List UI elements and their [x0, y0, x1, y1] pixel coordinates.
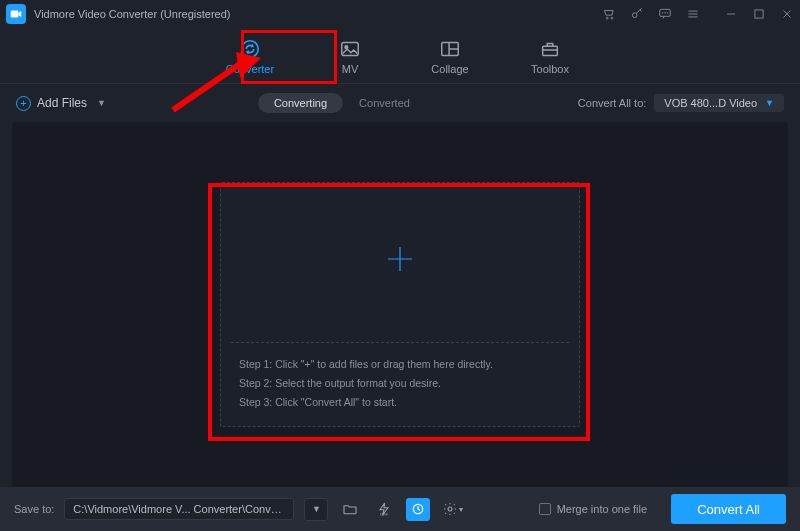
toolbox-icon	[539, 38, 561, 60]
svg-point-9	[242, 41, 259, 58]
step-2-text: Step 2: Select the output format you des…	[239, 374, 561, 393]
step-1-text: Step 1: Click "+" to add files or drag t…	[239, 355, 561, 374]
drop-zone-steps: Step 1: Click "+" to add files or drag t…	[221, 343, 579, 426]
maximize-icon[interactable]	[752, 7, 766, 21]
collage-icon	[439, 38, 461, 60]
chevron-down-icon: ▼	[765, 98, 774, 108]
format-selected-value: VOB 480...D Video	[664, 97, 757, 109]
svg-point-1	[606, 17, 608, 19]
app-logo	[6, 4, 26, 24]
nav-tab-label: Collage	[431, 63, 468, 75]
convert-all-to-label: Convert All to:	[578, 97, 646, 109]
output-format-select[interactable]: VOB 480...D Video ▼	[654, 94, 784, 112]
step-3-text: Step 3: Click "Convert All" to start.	[239, 393, 561, 412]
hardware-accel-icon[interactable]: OFF	[372, 498, 396, 521]
nav-tab-mv[interactable]: MV	[320, 38, 380, 83]
save-path-dropdown[interactable]: ▼	[304, 498, 328, 521]
feedback-icon[interactable]	[658, 7, 672, 21]
tab-converting[interactable]: Converting	[258, 93, 343, 113]
add-files-button[interactable]: + Add Files ▼	[16, 96, 106, 111]
svg-rect-0	[11, 11, 19, 18]
checkbox-box	[539, 503, 551, 515]
titlebar-actions	[602, 7, 794, 21]
save-path-field[interactable]: C:\Vidmore\Vidmore V... Converter\Conver…	[64, 498, 294, 520]
status-tabs: Converting Converted	[106, 93, 578, 113]
cart-icon[interactable]	[602, 7, 616, 21]
merge-label: Merge into one file	[557, 503, 648, 515]
svg-point-6	[665, 13, 666, 14]
add-files-label: Add Files	[37, 96, 87, 110]
nav-tab-converter[interactable]: Converter	[220, 38, 280, 83]
save-to-label: Save to:	[14, 503, 54, 515]
svg-point-2	[611, 17, 613, 19]
svg-text:OFF: OFF	[380, 512, 389, 517]
drop-zone-top	[221, 183, 579, 342]
menu-icon[interactable]	[686, 7, 700, 21]
convert-all-button[interactable]: Convert All	[671, 494, 786, 524]
nav-tab-label: Toolbox	[531, 63, 569, 75]
svg-point-5	[662, 13, 663, 14]
merge-checkbox[interactable]: Merge into one file	[539, 503, 648, 515]
minimize-icon[interactable]	[724, 7, 738, 21]
chevron-down-icon: ▼	[97, 98, 106, 108]
svg-rect-8	[755, 10, 763, 18]
nav-tab-collage[interactable]: Collage	[420, 38, 480, 83]
high-speed-icon[interactable]	[406, 498, 430, 521]
nav-tab-label: Converter	[226, 63, 274, 75]
toolbar: + Add Files ▼ Converting Converted Conve…	[0, 84, 800, 122]
open-folder-icon[interactable]	[338, 498, 362, 521]
nav-tab-label: MV	[342, 63, 359, 75]
top-nav: Converter MV Collage Toolbox	[0, 28, 800, 84]
bottom-bar: Save to: C:\Vidmore\Vidmore V... Convert…	[0, 487, 800, 531]
svg-point-3	[632, 13, 637, 18]
mv-icon	[339, 38, 361, 60]
key-icon[interactable]	[630, 7, 644, 21]
drop-zone[interactable]: Step 1: Click "+" to add files or drag t…	[220, 182, 580, 427]
svg-rect-13	[543, 46, 558, 55]
app-title: Vidmore Video Converter (Unregistered)	[34, 8, 230, 20]
plus-circle-icon: +	[16, 96, 31, 111]
settings-icon[interactable]: ▾	[440, 498, 464, 521]
app-window: Vidmore Video Converter (Unregistered) C…	[0, 0, 800, 531]
nav-active-indicator	[250, 81, 328, 83]
main-area: Step 1: Click "+" to add files or drag t…	[12, 122, 788, 487]
close-icon[interactable]	[780, 7, 794, 21]
add-file-plus-icon[interactable]	[385, 244, 415, 281]
convert-all-to: Convert All to: VOB 480...D Video ▼	[578, 94, 784, 112]
svg-point-7	[667, 13, 668, 14]
tab-converted[interactable]: Converted	[343, 93, 426, 113]
converter-icon	[239, 38, 261, 60]
svg-point-16	[448, 507, 452, 511]
svg-rect-10	[342, 43, 359, 56]
title-bar: Vidmore Video Converter (Unregistered)	[0, 0, 800, 28]
nav-tab-toolbox[interactable]: Toolbox	[520, 38, 580, 83]
